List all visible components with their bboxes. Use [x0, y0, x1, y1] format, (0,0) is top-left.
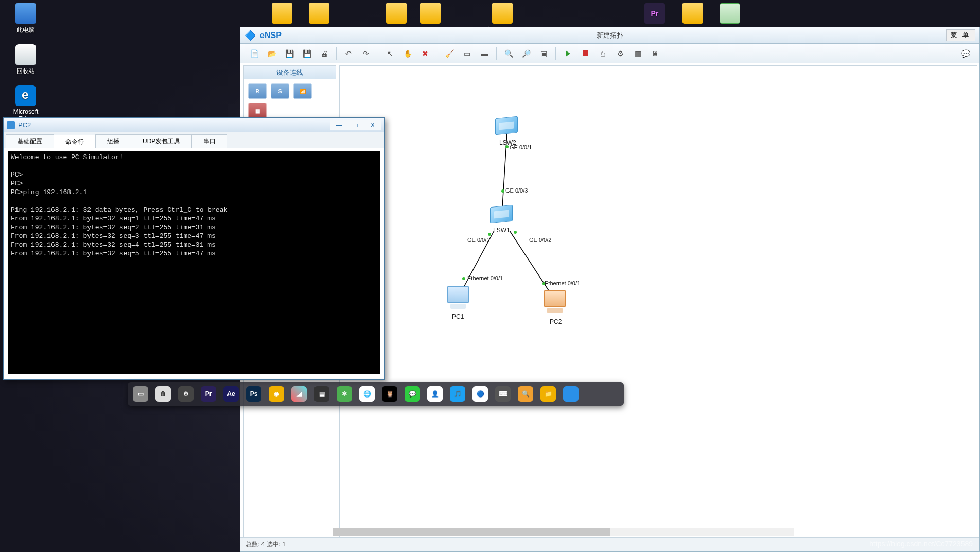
folder-icon: [386, 3, 407, 24]
switch-icon: [495, 116, 518, 135]
dock-wechat[interactable]: 💬: [405, 386, 420, 402]
pc2-tabs: 基础配置 命令行 组播 UDP发包工具 串口: [4, 132, 384, 148]
print-button[interactable]: 🖨: [318, 47, 331, 60]
device-grid: R S 📶 ▦: [244, 79, 336, 123]
dock-app1[interactable]: ◉: [269, 386, 284, 402]
device-firewall[interactable]: ▦: [248, 103, 267, 118]
node-pc1[interactable]: [443, 286, 474, 314]
save-as-button[interactable]: 💾: [300, 47, 313, 60]
dock-app4[interactable]: 🦉: [382, 386, 397, 402]
menu-button[interactable]: 菜 单: [946, 29, 975, 41]
maximize-button[interactable]: □: [347, 120, 364, 130]
dock-ps[interactable]: Ps: [246, 386, 261, 402]
device-router[interactable]: R: [248, 83, 267, 99]
icon-label: 回收站: [5, 67, 46, 76]
capture-button[interactable]: ⎙: [596, 47, 609, 60]
pointer-tool[interactable]: ↖: [383, 47, 397, 60]
palette-tool[interactable]: ▬: [478, 47, 491, 60]
node-pc2[interactable]: [539, 290, 570, 318]
zoom-in-button[interactable]: 🔍: [502, 47, 515, 60]
port-label: Ethernet 0/0/1: [467, 275, 503, 281]
tab-basic-config[interactable]: 基础配置: [6, 134, 54, 148]
dock-folder[interactable]: 📁: [540, 386, 556, 402]
dock-finder[interactable]: ▭: [133, 386, 148, 402]
undo-button[interactable]: ↶: [342, 47, 355, 60]
folder-icon: [420, 3, 441, 24]
terminal-output[interactable]: Welcome to use PC Simulator! PC> PC> PC>…: [8, 151, 380, 374]
tab-cli[interactable]: 命令行: [54, 135, 96, 148]
dock-app8[interactable]: ⌨: [495, 386, 511, 402]
port-label: GE 0/0/3: [505, 187, 528, 194]
display-button[interactable]: 🖥: [649, 47, 662, 60]
port-label: GE 0/0/1: [467, 237, 489, 243]
device-switch[interactable]: S: [271, 83, 289, 99]
dock-settings[interactable]: ⚙: [178, 386, 194, 402]
window-title: PC2: [18, 121, 31, 129]
desktop-icon-this-pc[interactable]: 此电脑: [5, 3, 46, 34]
text-tool[interactable]: ▭: [460, 47, 474, 60]
pc-base-icon: [450, 304, 466, 309]
node-lsw2[interactable]: [495, 117, 518, 136]
settings-button[interactable]: ⚙: [614, 47, 627, 60]
desktop-icon-recycle-bin[interactable]: 回收站: [5, 44, 46, 76]
dock-search[interactable]: 🔍: [518, 386, 533, 402]
node-label-lsw1: LSW1: [493, 227, 510, 234]
dock-app5[interactable]: 👤: [427, 386, 443, 402]
ensp-toolbar: 📄 📂 💾 💾 🖨 ↶ ↷ ↖ ✋ ✖ 🧹 ▭ ▬ 🔍 🔎 ▣ ⎙ ⚙ ▦ 🖥 …: [240, 44, 979, 63]
play-icon: [566, 50, 570, 57]
stop-icon: [583, 50, 588, 56]
topology-canvas[interactable]: LSW2 GE 0/0/1 GE 0/0/3 LSW1 GE 0/0/1 GE …: [339, 65, 977, 537]
dock-ae[interactable]: Ae: [223, 386, 239, 402]
dock-app6[interactable]: 🎵: [450, 386, 465, 402]
dock-chrome[interactable]: 🌐: [359, 386, 375, 402]
start-button[interactable]: [561, 47, 574, 60]
dock-app7[interactable]: 🔵: [472, 386, 488, 402]
horizontal-scrollbar[interactable]: [333, 528, 794, 536]
node-lsw1[interactable]: [490, 206, 513, 225]
broom-tool[interactable]: 🧹: [443, 47, 456, 60]
window-buttons: — □ X: [330, 120, 381, 130]
status-text: 总数: 4 选中: 1: [246, 540, 286, 549]
scrollbar-thumb[interactable]: [333, 528, 610, 536]
dock-app2[interactable]: ◢: [291, 386, 307, 402]
folder-icon: [272, 3, 292, 24]
folder-icon: [682, 3, 703, 24]
delete-tool[interactable]: ✖: [418, 47, 432, 60]
pc-icon: [544, 290, 566, 307]
dock-trash[interactable]: 🗑: [155, 386, 171, 402]
tab-serial[interactable]: 串口: [191, 134, 227, 148]
tab-udp-tool[interactable]: UDP发包工具: [131, 134, 192, 148]
ensp-statusbar: 总数: 4 选中: 1: [240, 537, 979, 551]
recycle-bin-icon: [15, 44, 36, 65]
redo-button[interactable]: ↷: [359, 47, 373, 60]
tab-multicast[interactable]: 组播: [95, 134, 131, 148]
dock-app9[interactable]: [563, 386, 579, 402]
stop-button[interactable]: [579, 47, 592, 60]
pc2-window: PC2 — □ X 基础配置 命令行 组播 UDP发包工具 串口 Welcome…: [3, 117, 385, 380]
close-button[interactable]: X: [364, 120, 381, 130]
separator: [437, 47, 437, 60]
separator: [378, 47, 378, 60]
dock-pr[interactable]: Pr: [201, 386, 216, 402]
fit-button[interactable]: ▣: [537, 47, 550, 60]
dock-app3[interactable]: ▤: [314, 386, 329, 402]
ensp-titlebar[interactable]: 🔷 eNSP 新建拓扑 菜 单: [240, 27, 979, 44]
doc-title: 新建拓扑: [597, 31, 623, 40]
pan-tool[interactable]: ✋: [401, 47, 414, 60]
port-dot: [462, 277, 465, 280]
app-name: eNSP: [260, 31, 282, 40]
minimize-button[interactable]: —: [330, 120, 347, 130]
node-label-pc1: PC1: [452, 313, 464, 320]
zoom-out-button[interactable]: 🔎: [519, 47, 533, 60]
save-button[interactable]: 💾: [283, 47, 296, 60]
dock-atom[interactable]: ⚛: [337, 386, 352, 402]
device-wlan[interactable]: 📶: [293, 83, 312, 99]
pc2-titlebar[interactable]: PC2 — □ X: [4, 118, 384, 132]
pc-icon: [15, 3, 36, 24]
folder-icon: [309, 3, 329, 24]
chat-button[interactable]: 💬: [959, 47, 972, 60]
switch-icon: [490, 205, 513, 224]
new-button[interactable]: 📄: [248, 47, 261, 60]
open-button[interactable]: 📂: [265, 47, 278, 60]
grid-button[interactable]: ▦: [631, 47, 644, 60]
